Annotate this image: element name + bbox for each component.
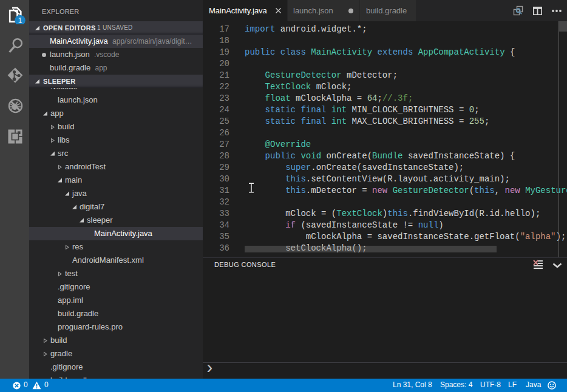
svg-text:1: 1 [18, 16, 22, 24]
